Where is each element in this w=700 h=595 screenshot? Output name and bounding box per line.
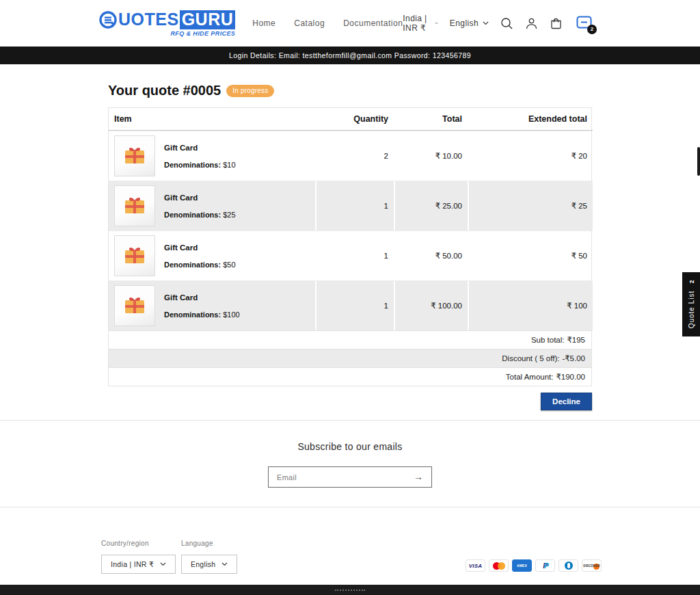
quote-list-tab-count: 2 (688, 280, 695, 284)
col-header-quantity: Quantity (315, 108, 394, 131)
subtotal-row: Sub total: ₹195 (109, 330, 591, 349)
footer-country-selector[interactable]: India | INR ₹ (101, 555, 176, 574)
scrollbar-thumb[interactable] (697, 147, 700, 176)
col-header-extended-total: Extended total (468, 108, 593, 131)
language-value: English (450, 18, 479, 28)
product-name[interactable]: Gift Card (164, 293, 240, 302)
country-currency-selector[interactable]: India | INR ₹ (403, 14, 438, 33)
cell-total: ₹ 25.00 (394, 181, 468, 230)
page: UOTES GURU RFQ & HIDE PRICES Home Catalo… (0, 0, 700, 595)
cart-icon[interactable] (550, 16, 563, 30)
col-header-total: Total (394, 108, 468, 131)
payment-icon-discover: DISCOVER (582, 559, 602, 572)
logo-q-icon (99, 11, 117, 29)
decline-button[interactable]: Decline (541, 393, 592, 410)
bottom-scroll-handle[interactable] (335, 590, 365, 591)
main-content: Your quote #0005 In progress Item Quanti… (108, 83, 592, 410)
denomination-value: $50 (223, 261, 235, 269)
cell-extended-total: ₹ 20 (468, 131, 593, 181)
nav-home[interactable]: Home (252, 18, 275, 28)
cell-quantity: 1 (315, 281, 394, 330)
newsletter-submit-arrow-icon[interactable]: → (414, 471, 431, 484)
payment-icon-amex: AMEX (512, 559, 532, 572)
denomination-value: $10 (223, 161, 235, 169)
quote-count-badge: 2 (587, 25, 597, 34)
logo-text-guru: GURU (180, 10, 236, 29)
site-header: UOTES GURU RFQ & HIDE PRICES Home Catalo… (0, 0, 700, 47)
cell-total: ₹ 50.00 (394, 231, 468, 280)
cell-quantity: 2 (315, 131, 394, 181)
cell-total: ₹ 10.00 (394, 131, 468, 181)
denominations-label: Denominations: (164, 211, 221, 219)
gift-card-image[interactable] (114, 285, 155, 326)
discount-value: -₹5.00 (562, 354, 585, 363)
payment-icon-dinersclub (558, 559, 578, 572)
product-denomination: Denominations: $50 (164, 261, 236, 269)
total-amount-label: Total Amount: (506, 373, 554, 381)
cell-quantity: 1 (315, 231, 394, 280)
total-amount-row: Total Amount: ₹190.00 (109, 367, 591, 386)
status-badge: In progress (226, 85, 274, 97)
gift-card-image[interactable] (114, 235, 155, 276)
cell-total: ₹ 100.00 (394, 281, 468, 330)
table-header-row: Item Quantity Total Extended total (109, 108, 591, 131)
country-currency-value: India | INR ₹ (403, 14, 430, 33)
newsletter-section: Subscribe to our emails → (0, 421, 700, 507)
table-row: Gift Card Denominations: $100 1 ₹ 100.00… (109, 280, 591, 330)
payment-icon-paypal: PP (535, 559, 555, 572)
denominations-label: Denominations: (164, 310, 221, 319)
newsletter-form: → (268, 466, 432, 488)
denominations-label: Denominations: (164, 261, 221, 269)
subtotal-label: Sub total: (531, 336, 565, 344)
denominations-label: Denominations: (164, 161, 221, 169)
email-input[interactable] (269, 473, 414, 481)
product-denomination: Denominations: $25 (164, 211, 236, 219)
footer-language-value: English (191, 560, 216, 568)
table-row: Gift Card Denominations: $25 1 ₹ 25.00 ₹… (109, 181, 591, 230)
header-controls: India | INR ₹ English 2 (403, 14, 592, 33)
denomination-value: $100 (223, 310, 239, 319)
language-selector[interactable]: English (450, 18, 489, 28)
table-row: Gift Card Denominations: $50 1 ₹ 50.00 ₹… (109, 230, 591, 280)
footer-language-selector[interactable]: English (181, 555, 238, 574)
bottom-bar (0, 585, 700, 595)
cell-extended-total: ₹ 100 (468, 281, 593, 330)
country-region-label: Country/region (101, 540, 176, 547)
gift-card-image[interactable] (114, 185, 155, 226)
nav-catalog[interactable]: Catalog (294, 18, 325, 28)
product-name[interactable]: Gift Card (164, 194, 236, 202)
announcement-text: Login Details: Email: testtheformfill@gm… (229, 51, 471, 60)
discount-row: Discount ( 5 off): -₹5.00 (109, 349, 591, 367)
announcement-bar: Login Details: Email: testtheformfill@gm… (0, 47, 700, 64)
product-name[interactable]: Gift Card (164, 243, 236, 252)
gift-card-image[interactable] (114, 135, 155, 176)
nav-documentation[interactable]: Documentation (343, 18, 403, 28)
quote-list-side-tab[interactable]: Quote List 2 (682, 272, 700, 336)
product-denomination: Denominations: $10 (164, 161, 236, 169)
quote-table: Item Quantity Total Extended total Gift … (108, 107, 592, 386)
payment-methods: VISA AMEX PP DISCOVER (466, 559, 602, 572)
language-label: Language (181, 540, 238, 547)
newsletter-heading: Subscribe to our emails (0, 441, 700, 452)
chevron-down-icon (435, 21, 438, 25)
chevron-down-icon (160, 562, 166, 566)
footer: Country/region India | INR ₹ Language En… (0, 507, 700, 595)
quote-list-icon[interactable]: 2 (576, 16, 592, 31)
account-icon[interactable] (525, 16, 538, 30)
product-name[interactable]: Gift Card (164, 144, 236, 152)
subtotal-value: ₹195 (567, 335, 585, 345)
footer-country-value: India | INR ₹ (111, 560, 154, 568)
discount-label: Discount ( 5 off): (502, 354, 559, 362)
cell-extended-total: ₹ 25 (468, 181, 593, 230)
cell-extended-total: ₹ 50 (468, 231, 593, 280)
payment-icon-mastercard (489, 559, 509, 572)
denomination-value: $25 (223, 211, 235, 219)
chevron-down-icon (221, 562, 228, 566)
table-row: Gift Card Denominations: $10 2 ₹ 10.00 ₹… (109, 131, 591, 181)
store-logo[interactable]: UOTES GURU RFQ & HIDE PRICES (99, 10, 235, 37)
page-title: Your quote #0005 (108, 83, 221, 98)
search-icon[interactable] (500, 16, 513, 30)
logo-tagline: RFQ & HIDE PRICES (99, 30, 235, 37)
main-nav: Home Catalog Documentation (252, 18, 403, 28)
col-header-item: Item (109, 108, 315, 131)
